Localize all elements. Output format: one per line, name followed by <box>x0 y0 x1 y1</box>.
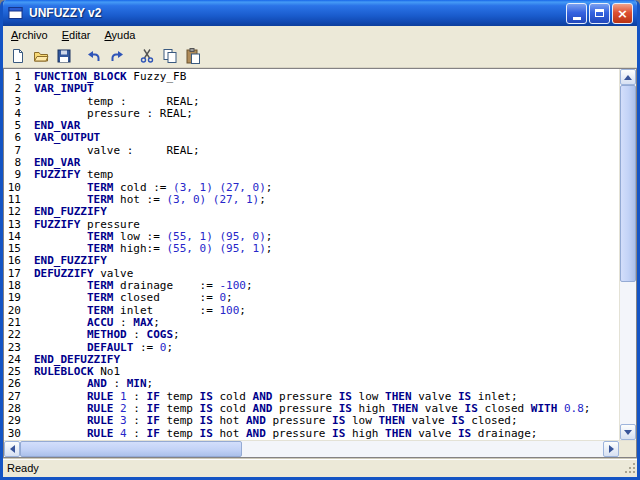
status-text: Ready <box>7 462 39 474</box>
code-text: TERM closed := 0; <box>34 291 233 304</box>
line-number: 9 <box>4 169 34 181</box>
code-line: 4 pressure : REAL; <box>4 108 619 120</box>
scroll-right-button[interactable] <box>603 441 619 457</box>
status-bar: Ready <box>3 458 637 477</box>
copy-button[interactable] <box>159 46 181 66</box>
code-text: VAR_OUTPUT <box>34 131 100 144</box>
vertical-scroll-thumb[interactable] <box>620 85 636 282</box>
minimize-button[interactable] <box>566 3 587 24</box>
new-document-icon <box>10 48 26 64</box>
maximize-icon <box>595 9 604 17</box>
line-number: 2 <box>4 83 34 95</box>
toolbar-separator <box>76 46 82 66</box>
application-window: UNFUZZY v2 × Archivo Editar Ayuda <box>0 0 640 480</box>
scroll-left-button[interactable] <box>4 441 20 457</box>
resize-grip-icon[interactable] <box>624 462 636 476</box>
line-number: 26 <box>4 378 34 390</box>
redo-icon <box>109 48 125 64</box>
line-number: 22 <box>4 329 34 341</box>
code-text: TERM high:= (55, 0) (95, 1); <box>34 242 272 255</box>
menu-archivo[interactable]: Archivo <box>4 27 55 44</box>
scrollbar-corner <box>619 440 636 457</box>
paste-button[interactable] <box>182 46 204 66</box>
editor-frame: 1FUNCTION_BLOCK Fuzzy_FB2VAR_INPUT3 temp… <box>3 68 637 458</box>
code-text: TERM low := (55, 1) (95, 0); <box>34 230 272 243</box>
cut-icon <box>139 48 155 64</box>
code-text: pressure : REAL; <box>34 107 193 120</box>
code-text: DEFAULT := 0; <box>34 341 173 354</box>
line-number: 23 <box>4 342 34 354</box>
code-line: 7 valve : REAL; <box>4 145 619 157</box>
undo-icon <box>86 48 102 64</box>
line-number: 13 <box>4 219 34 231</box>
code-text: FUZZIFY pressure <box>34 218 140 231</box>
open-button[interactable] <box>30 46 52 66</box>
code-text: valve : REAL; <box>34 144 200 157</box>
code-text: END_FUZZIFY <box>34 205 107 218</box>
vertical-scroll-track[interactable] <box>620 85 636 424</box>
open-folder-icon <box>33 48 49 64</box>
undo-button[interactable] <box>83 46 105 66</box>
code-text: TERM drainage := -100; <box>34 279 253 292</box>
toolbar <box>3 45 637 68</box>
title-bar[interactable]: UNFUZZY v2 × <box>3 0 637 26</box>
new-button[interactable] <box>7 46 29 66</box>
arrow-right-icon <box>609 445 614 453</box>
code-line: 1FUNCTION_BLOCK Fuzzy_FB <box>4 71 619 83</box>
menu-bar: Archivo Editar Ayuda <box>3 26 637 45</box>
menu-editar[interactable]: Editar <box>55 27 98 44</box>
horizontal-scrollbar[interactable] <box>4 440 619 457</box>
save-icon <box>56 48 72 64</box>
code-text: END_FUZZIFY <box>34 254 107 267</box>
line-number: 6 <box>4 132 34 144</box>
code-text: TERM inlet := 100; <box>34 304 246 317</box>
code-text: RULE 3 : IF temp IS hot AND pressure IS … <box>34 414 518 427</box>
code-text: DEFUZZIFY valve <box>34 267 133 280</box>
line-number: 12 <box>4 206 34 218</box>
code-text: ACCU : MAX; <box>34 316 160 329</box>
code-editor[interactable]: 1FUNCTION_BLOCK Fuzzy_FB2VAR_INPUT3 temp… <box>4 69 619 440</box>
application-icon[interactable] <box>8 5 24 21</box>
code-text: AND : MIN; <box>34 377 153 390</box>
code-text: VAR_INPUT <box>34 82 94 95</box>
code-text: RULE 1 : IF temp IS cold AND pressure IS… <box>34 390 518 403</box>
line-number: 19 <box>4 292 34 304</box>
code-text: METHOD : COGS; <box>34 328 180 341</box>
code-text: RULE 2 : IF temp IS cold AND pressure IS… <box>34 402 590 415</box>
code-text: FUZZIFY temp <box>34 168 113 181</box>
window-title: UNFUZZY v2 <box>29 6 564 20</box>
line-number: 29 <box>4 415 34 427</box>
code-lines: 1FUNCTION_BLOCK Fuzzy_FB2VAR_INPUT3 temp… <box>4 71 619 440</box>
arrow-left-icon <box>10 445 15 453</box>
code-line: 30 RULE 4 : IF temp IS hot AND pressure … <box>4 428 619 440</box>
redo-button[interactable] <box>106 46 128 66</box>
toolbar-separator <box>129 46 135 66</box>
line-number: 30 <box>4 428 34 440</box>
arrow-up-icon <box>624 75 632 80</box>
scroll-up-button[interactable] <box>620 69 636 85</box>
code-text: RULE 4 : IF temp IS hot AND pressure IS … <box>34 427 537 440</box>
code-text: temp : REAL; <box>34 95 200 108</box>
code-text: TERM cold := (3, 1) (27, 0); <box>34 181 272 194</box>
line-number: 16 <box>4 255 34 267</box>
code-text: FUNCTION_BLOCK Fuzzy_FB <box>34 70 186 83</box>
maximize-button[interactable] <box>589 3 610 24</box>
save-button[interactable] <box>53 46 75 66</box>
arrow-down-icon <box>624 430 632 435</box>
close-icon: × <box>617 7 628 20</box>
horizontal-scroll-thumb[interactable] <box>20 441 242 457</box>
code-text: TERM hot := (3, 0) (27, 1); <box>34 193 266 206</box>
close-button[interactable]: × <box>612 3 633 24</box>
horizontal-scroll-track[interactable] <box>20 441 603 457</box>
scroll-down-button[interactable] <box>620 424 636 440</box>
menu-ayuda[interactable]: Ayuda <box>97 27 142 44</box>
copy-icon <box>162 48 178 64</box>
code-text: END_DEFUZZIFY <box>34 353 120 366</box>
cut-button[interactable] <box>136 46 158 66</box>
minimize-icon <box>573 17 581 20</box>
vertical-scrollbar[interactable] <box>619 69 636 440</box>
code-text: END_VAR <box>34 119 80 132</box>
code-text: END_VAR <box>34 156 80 169</box>
paste-icon <box>185 48 201 64</box>
code-text: RULEBLOCK No1 <box>34 365 120 378</box>
